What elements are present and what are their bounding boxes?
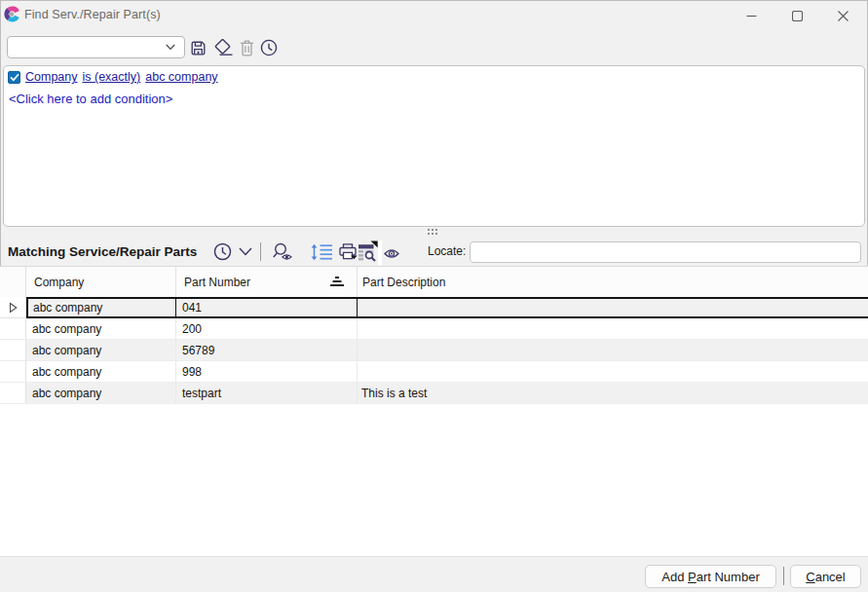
column-header-label: Part Description — [362, 276, 445, 289]
grid-settings-icon — [359, 240, 378, 262]
toolbar-highlight-bar — [378, 240, 382, 266]
row-header-cell — [0, 340, 26, 361]
row-header-cell — [0, 318, 26, 340]
cell-part-description[interactable] — [358, 297, 868, 318]
results-title: Matching Service/Repair Parts — [8, 244, 197, 259]
cell-company[interactable]: abc company — [26, 383, 176, 404]
maximize-button[interactable] — [774, 0, 820, 31]
app-logo-icon — [4, 6, 20, 22]
column-header-label: Company — [34, 276, 84, 289]
results-toolbar: Matching Service/Repair Parts — [0, 238, 868, 266]
cell-part-number[interactable]: testpart — [176, 383, 358, 404]
search-preview-icon — [272, 242, 295, 262]
history-icon — [260, 39, 278, 56]
search-preview-button[interactable] — [272, 242, 295, 262]
column-header-company[interactable]: Company — [26, 267, 176, 297]
grid-row[interactable]: abc company testpart This is a test — [0, 383, 868, 404]
cell-part-description[interactable]: This is a test — [358, 383, 868, 404]
button-mnemonic: P — [688, 570, 697, 584]
close-icon — [838, 11, 849, 21]
grid-corner-cell — [0, 267, 26, 297]
chevron-down-icon — [239, 247, 252, 256]
column-header-part-number[interactable]: Part Number — [176, 267, 358, 297]
find-parts-dialog: Find Serv./Repair Part(s) — [0, 0, 868, 592]
saved-search-combobox[interactable] — [7, 36, 185, 58]
toolbar-separator — [260, 242, 261, 261]
combobox-chevron-icon — [166, 44, 175, 51]
results-history-dropdown[interactable] — [239, 247, 252, 256]
grid-row[interactable]: abc company 200 — [0, 318, 868, 340]
button-separator — [783, 567, 784, 585]
cell-part-description[interactable] — [358, 318, 868, 340]
results-history-button[interactable] — [213, 242, 232, 261]
grid-header-row: Company Part Number Part Description — [0, 267, 868, 297]
window-title: Find Serv./Repair Part(s) — [24, 0, 161, 31]
cancel-button[interactable]: Cancel — [790, 565, 861, 588]
cell-part-number[interactable]: 041 — [176, 297, 358, 318]
row-header-cell — [0, 383, 26, 404]
button-label: art Number — [697, 570, 760, 584]
minimize-button[interactable] — [729, 0, 774, 31]
save-search-button[interactable] — [185, 35, 210, 60]
add-condition-link[interactable]: <Click here to add condition> — [9, 92, 860, 109]
title-bar: Find Serv./Repair Part(s) — [0, 0, 868, 31]
grid-settings-button[interactable] — [359, 240, 378, 262]
history-icon — [213, 242, 232, 261]
row-header-cell — [0, 361, 26, 383]
cell-part-number[interactable]: 200 — [176, 318, 358, 340]
row-spacing-button[interactable] — [311, 243, 333, 261]
cell-company[interactable]: abc company — [26, 361, 176, 383]
add-part-number-button[interactable]: Add Part Number — [645, 565, 776, 588]
cell-company[interactable]: abc company — [26, 318, 176, 340]
visibility-button[interactable] — [384, 248, 399, 259]
cell-company[interactable]: abc company — [26, 297, 176, 318]
condition-checkbox[interactable] — [8, 71, 20, 84]
maximize-icon — [792, 11, 803, 21]
results-grid: Company Part Number Part Description abc… — [0, 266, 868, 556]
footer-bar: Add Part Number Cancel — [0, 556, 868, 592]
splitter-grip-icon — [428, 229, 439, 237]
print-button[interactable] — [338, 242, 359, 261]
eraser-icon — [213, 39, 234, 56]
column-header-part-description[interactable]: Part Description — [358, 267, 868, 297]
row-header-cell — [0, 297, 26, 318]
grid-row[interactable]: abc company 56789 — [0, 340, 868, 361]
column-header-label: Part Number — [184, 276, 250, 289]
eye-icon — [384, 248, 399, 259]
cell-part-number[interactable]: 56789 — [176, 340, 358, 361]
current-row-marker-icon — [9, 302, 18, 314]
row-spacing-icon — [311, 243, 333, 261]
cell-company[interactable]: abc company — [26, 340, 176, 361]
condition-panel: Company is (exactly) abc company <Click … — [3, 65, 865, 227]
check-icon — [10, 73, 19, 82]
button-label: ancel — [815, 570, 846, 584]
cell-part-description[interactable] — [358, 361, 868, 383]
printer-icon — [338, 242, 359, 261]
clear-conditions-button[interactable] — [210, 35, 236, 60]
trash-icon — [240, 40, 254, 56]
cell-part-number[interactable]: 998 — [176, 361, 358, 383]
save-icon — [190, 40, 207, 56]
button-mnemonic: C — [806, 570, 814, 584]
locate-label: Locate: — [428, 244, 466, 258]
button-label: Add — [661, 570, 688, 584]
minimize-icon — [746, 11, 757, 21]
close-button[interactable] — [820, 0, 866, 31]
condition-row: Company is (exactly) abc company — [8, 69, 860, 85]
search-toolbar — [0, 31, 868, 65]
sort-ascending-icon — [329, 277, 344, 287]
cell-part-description[interactable] — [358, 340, 868, 361]
splitter[interactable] — [0, 227, 868, 238]
condition-operator-link[interactable]: is (exactly) — [83, 70, 141, 84]
condition-value-link[interactable]: abc company — [145, 70, 217, 84]
condition-field-link[interactable]: Company — [25, 70, 78, 84]
recent-searches-button[interactable] — [256, 35, 282, 60]
grid-row-selected[interactable]: abc company 041 — [0, 297, 868, 318]
locate-input[interactable] — [470, 241, 861, 263]
grid-row[interactable]: abc company 998 — [0, 361, 868, 383]
